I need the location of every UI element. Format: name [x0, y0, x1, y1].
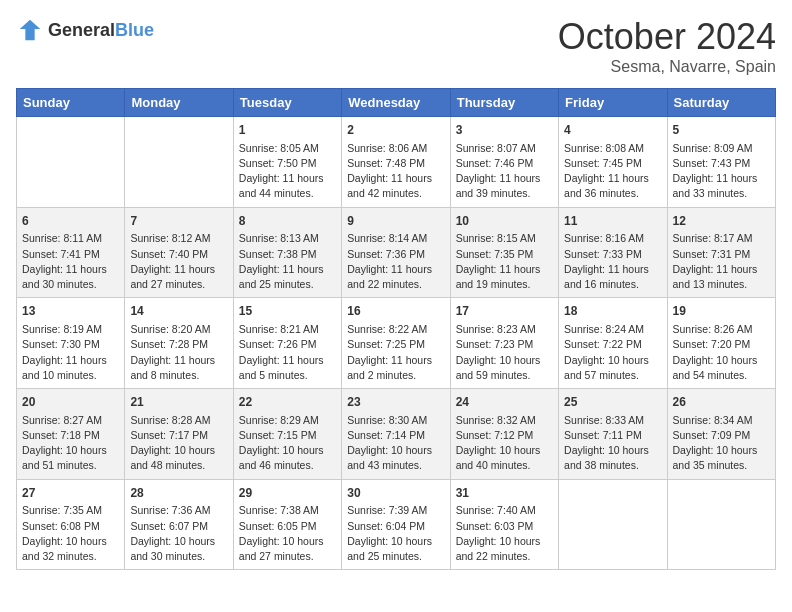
day-number: 16 — [347, 303, 444, 320]
cell-content: Sunrise: 8:30 AMSunset: 7:14 PMDaylight:… — [347, 413, 444, 474]
cell-content: Sunrise: 7:38 AMSunset: 6:05 PMDaylight:… — [239, 503, 336, 564]
day-number: 25 — [564, 394, 661, 411]
calendar-week-row: 6Sunrise: 8:11 AMSunset: 7:41 PMDaylight… — [17, 207, 776, 298]
calendar-header-row: SundayMondayTuesdayWednesdayThursdayFrid… — [17, 89, 776, 117]
day-number: 20 — [22, 394, 119, 411]
calendar-cell: 11Sunrise: 8:16 AMSunset: 7:33 PMDayligh… — [559, 207, 667, 298]
calendar-cell: 16Sunrise: 8:22 AMSunset: 7:25 PMDayligh… — [342, 298, 450, 389]
calendar-cell: 30Sunrise: 7:39 AMSunset: 6:04 PMDayligh… — [342, 479, 450, 570]
logo-blue: Blue — [115, 20, 154, 40]
day-number: 22 — [239, 394, 336, 411]
calendar-cell: 22Sunrise: 8:29 AMSunset: 7:15 PMDayligh… — [233, 389, 341, 480]
cell-content: Sunrise: 8:15 AMSunset: 7:35 PMDaylight:… — [456, 231, 553, 292]
cell-content: Sunrise: 8:06 AMSunset: 7:48 PMDaylight:… — [347, 141, 444, 202]
page-header: GeneralBlue October 2024 Sesma, Navarre,… — [16, 16, 776, 76]
day-header-tuesday: Tuesday — [233, 89, 341, 117]
cell-content: Sunrise: 8:22 AMSunset: 7:25 PMDaylight:… — [347, 322, 444, 383]
day-header-thursday: Thursday — [450, 89, 558, 117]
day-number: 26 — [673, 394, 770, 411]
day-number: 29 — [239, 485, 336, 502]
calendar-cell: 9Sunrise: 8:14 AMSunset: 7:36 PMDaylight… — [342, 207, 450, 298]
calendar-cell: 12Sunrise: 8:17 AMSunset: 7:31 PMDayligh… — [667, 207, 775, 298]
day-number: 27 — [22, 485, 119, 502]
calendar-cell: 25Sunrise: 8:33 AMSunset: 7:11 PMDayligh… — [559, 389, 667, 480]
calendar-cell: 3Sunrise: 8:07 AMSunset: 7:46 PMDaylight… — [450, 117, 558, 208]
cell-content: Sunrise: 8:28 AMSunset: 7:17 PMDaylight:… — [130, 413, 227, 474]
calendar-cell: 6Sunrise: 8:11 AMSunset: 7:41 PMDaylight… — [17, 207, 125, 298]
cell-content: Sunrise: 7:39 AMSunset: 6:04 PMDaylight:… — [347, 503, 444, 564]
day-number: 23 — [347, 394, 444, 411]
calendar-cell: 31Sunrise: 7:40 AMSunset: 6:03 PMDayligh… — [450, 479, 558, 570]
calendar-cell: 14Sunrise: 8:20 AMSunset: 7:28 PMDayligh… — [125, 298, 233, 389]
cell-content: Sunrise: 8:14 AMSunset: 7:36 PMDaylight:… — [347, 231, 444, 292]
calendar-cell: 18Sunrise: 8:24 AMSunset: 7:22 PMDayligh… — [559, 298, 667, 389]
calendar-week-row: 13Sunrise: 8:19 AMSunset: 7:30 PMDayligh… — [17, 298, 776, 389]
calendar-cell: 21Sunrise: 8:28 AMSunset: 7:17 PMDayligh… — [125, 389, 233, 480]
calendar-cell: 19Sunrise: 8:26 AMSunset: 7:20 PMDayligh… — [667, 298, 775, 389]
cell-content: Sunrise: 8:05 AMSunset: 7:50 PMDaylight:… — [239, 141, 336, 202]
day-header-friday: Friday — [559, 89, 667, 117]
title-block: October 2024 Sesma, Navarre, Spain — [558, 16, 776, 76]
logo: GeneralBlue — [16, 16, 154, 44]
day-number: 28 — [130, 485, 227, 502]
cell-content: Sunrise: 8:24 AMSunset: 7:22 PMDaylight:… — [564, 322, 661, 383]
cell-content: Sunrise: 8:07 AMSunset: 7:46 PMDaylight:… — [456, 141, 553, 202]
svg-marker-0 — [20, 20, 41, 41]
calendar-cell: 1Sunrise: 8:05 AMSunset: 7:50 PMDaylight… — [233, 117, 341, 208]
logo-icon — [16, 16, 44, 44]
day-number: 15 — [239, 303, 336, 320]
calendar-cell: 15Sunrise: 8:21 AMSunset: 7:26 PMDayligh… — [233, 298, 341, 389]
calendar-cell: 7Sunrise: 8:12 AMSunset: 7:40 PMDaylight… — [125, 207, 233, 298]
day-number: 7 — [130, 213, 227, 230]
day-number: 5 — [673, 122, 770, 139]
calendar-cell: 29Sunrise: 7:38 AMSunset: 6:05 PMDayligh… — [233, 479, 341, 570]
cell-content: Sunrise: 8:13 AMSunset: 7:38 PMDaylight:… — [239, 231, 336, 292]
cell-content: Sunrise: 7:40 AMSunset: 6:03 PMDaylight:… — [456, 503, 553, 564]
calendar-cell: 27Sunrise: 7:35 AMSunset: 6:08 PMDayligh… — [17, 479, 125, 570]
calendar-cell — [125, 117, 233, 208]
logo-general: General — [48, 20, 115, 40]
cell-content: Sunrise: 8:33 AMSunset: 7:11 PMDaylight:… — [564, 413, 661, 474]
day-header-wednesday: Wednesday — [342, 89, 450, 117]
calendar-table: SundayMondayTuesdayWednesdayThursdayFrid… — [16, 88, 776, 570]
day-number: 4 — [564, 122, 661, 139]
calendar-week-row: 20Sunrise: 8:27 AMSunset: 7:18 PMDayligh… — [17, 389, 776, 480]
cell-content: Sunrise: 7:36 AMSunset: 6:07 PMDaylight:… — [130, 503, 227, 564]
day-number: 19 — [673, 303, 770, 320]
calendar-cell: 10Sunrise: 8:15 AMSunset: 7:35 PMDayligh… — [450, 207, 558, 298]
day-number: 13 — [22, 303, 119, 320]
calendar-cell: 26Sunrise: 8:34 AMSunset: 7:09 PMDayligh… — [667, 389, 775, 480]
cell-content: Sunrise: 8:34 AMSunset: 7:09 PMDaylight:… — [673, 413, 770, 474]
day-number: 24 — [456, 394, 553, 411]
calendar-cell: 13Sunrise: 8:19 AMSunset: 7:30 PMDayligh… — [17, 298, 125, 389]
location-title: Sesma, Navarre, Spain — [558, 58, 776, 76]
day-number: 31 — [456, 485, 553, 502]
day-number: 3 — [456, 122, 553, 139]
cell-content: Sunrise: 8:09 AMSunset: 7:43 PMDaylight:… — [673, 141, 770, 202]
cell-content: Sunrise: 8:16 AMSunset: 7:33 PMDaylight:… — [564, 231, 661, 292]
calendar-cell — [559, 479, 667, 570]
calendar-cell — [17, 117, 125, 208]
day-header-monday: Monday — [125, 89, 233, 117]
calendar-cell: 5Sunrise: 8:09 AMSunset: 7:43 PMDaylight… — [667, 117, 775, 208]
calendar-cell — [667, 479, 775, 570]
day-number: 17 — [456, 303, 553, 320]
day-number: 8 — [239, 213, 336, 230]
cell-content: Sunrise: 8:12 AMSunset: 7:40 PMDaylight:… — [130, 231, 227, 292]
day-number: 12 — [673, 213, 770, 230]
calendar-week-row: 27Sunrise: 7:35 AMSunset: 6:08 PMDayligh… — [17, 479, 776, 570]
day-number: 11 — [564, 213, 661, 230]
day-number: 1 — [239, 122, 336, 139]
day-number: 18 — [564, 303, 661, 320]
calendar-cell: 28Sunrise: 7:36 AMSunset: 6:07 PMDayligh… — [125, 479, 233, 570]
calendar-cell: 23Sunrise: 8:30 AMSunset: 7:14 PMDayligh… — [342, 389, 450, 480]
day-number: 10 — [456, 213, 553, 230]
cell-content: Sunrise: 8:32 AMSunset: 7:12 PMDaylight:… — [456, 413, 553, 474]
day-number: 2 — [347, 122, 444, 139]
calendar-cell: 8Sunrise: 8:13 AMSunset: 7:38 PMDaylight… — [233, 207, 341, 298]
cell-content: Sunrise: 8:23 AMSunset: 7:23 PMDaylight:… — [456, 322, 553, 383]
calendar-cell: 20Sunrise: 8:27 AMSunset: 7:18 PMDayligh… — [17, 389, 125, 480]
day-header-sunday: Sunday — [17, 89, 125, 117]
cell-content: Sunrise: 8:29 AMSunset: 7:15 PMDaylight:… — [239, 413, 336, 474]
cell-content: Sunrise: 8:08 AMSunset: 7:45 PMDaylight:… — [564, 141, 661, 202]
